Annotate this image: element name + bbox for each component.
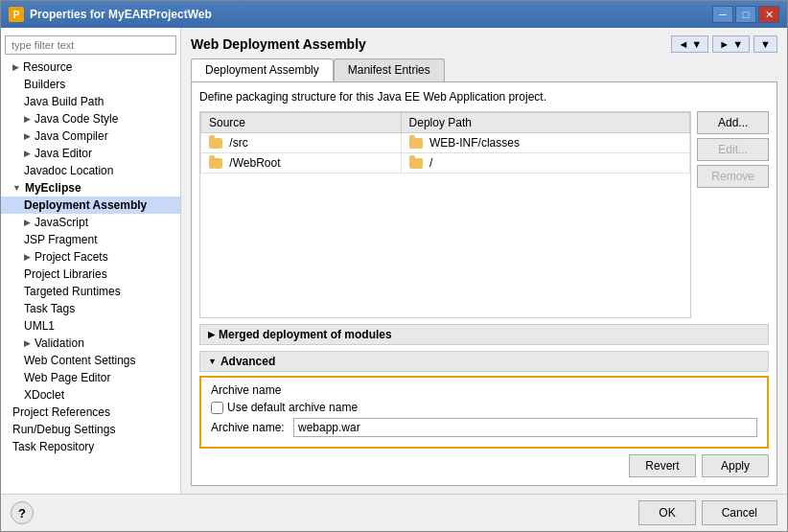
help-button[interactable]: ? — [11, 501, 34, 524]
source-table[interactable]: Source Deploy Path /src — [199, 111, 691, 318]
sidebar-item-targeted-runtimes[interactable]: Targeted Runtimes — [1, 283, 180, 300]
tab-bar: Deployment Assembly Manifest Entries — [191, 58, 777, 81]
sidebar-item-resource[interactable]: ▶ Resource — [1, 58, 180, 76]
sidebar-item-label: Task Repository — [12, 440, 94, 453]
sidebar-item-validation[interactable]: ▶ Validation — [1, 335, 180, 352]
sidebar-item-label: XDoclet — [24, 388, 64, 402]
add-button[interactable]: Add... — [697, 111, 769, 134]
expand-icon: ▶ — [12, 62, 19, 72]
tab-description: Define packaging structure for this Java… — [199, 90, 769, 104]
sidebar-item-java-code-style[interactable]: ▶ Java Code Style — [1, 110, 180, 127]
archive-name-field-label: Archive name: — [211, 421, 288, 434]
nav-arrows: ◄ ▼ ► ▼ ▼ — [671, 35, 777, 53]
cancel-button[interactable]: Cancel — [702, 500, 777, 525]
folder-icon — [209, 138, 222, 149]
sidebar-item-label: Validation — [35, 336, 84, 350]
sidebar: ▶ Resource Builders Java Build Path ▶ Ja… — [1, 28, 181, 494]
minimize-button[interactable]: ─ — [712, 6, 733, 23]
sidebar-item-label: Run/Debug Settings — [12, 423, 115, 436]
sidebar-item-label: Javadoc Location — [24, 164, 113, 177]
sidebar-item-javadoc[interactable]: Javadoc Location — [1, 162, 180, 179]
sidebar-item-javascript[interactable]: ▶ JavaScript — [1, 214, 180, 231]
sidebar-item-project-facets[interactable]: ▶ Project Facets — [1, 248, 180, 266]
sidebar-item-label: Java Editor — [35, 147, 92, 160]
title-buttons: ─ □ ✕ — [712, 6, 779, 23]
sidebar-item-xdoclet[interactable]: XDoclet — [1, 386, 180, 404]
sidebar-item-label: Resource — [23, 60, 72, 74]
tab-deployment-assembly[interactable]: Deployment Assembly — [191, 58, 334, 81]
forward-button[interactable]: ► ▼ — [712, 35, 750, 53]
sidebar-item-label: UML1 — [24, 319, 55, 333]
sidebar-item-project-references[interactable]: Project References — [1, 404, 180, 421]
deploy-path-cell: WEB-INF/classes — [401, 133, 690, 153]
source-cell: /src — [201, 133, 402, 153]
merged-deployment-section[interactable]: ▶ Merged deployment of modules — [199, 324, 769, 345]
folder-icon — [409, 138, 423, 149]
use-default-row: Use default archive name — [211, 401, 757, 414]
sidebar-item-builders[interactable]: Builders — [1, 76, 180, 93]
sidebar-item-myeclipse[interactable]: ▼ MyEclipse — [1, 179, 180, 197]
sidebar-item-label: JSP Fragment — [24, 233, 97, 246]
sidebar-item-project-libraries[interactable]: Project Libraries — [1, 266, 180, 283]
source-cell: /WebRoot — [201, 153, 402, 173]
sidebar-item-label: Project Facets — [35, 250, 108, 264]
folder-icon — [209, 158, 222, 169]
remove-button[interactable]: Remove — [697, 165, 769, 188]
sidebar-item-task-tags[interactable]: Task Tags — [1, 300, 180, 317]
bottom-right: OK Cancel — [638, 500, 777, 525]
archive-name-input[interactable] — [293, 418, 757, 437]
sidebar-item-java-editor[interactable]: ▶ Java Editor — [1, 145, 180, 162]
use-default-checkbox[interactable] — [211, 402, 223, 414]
use-default-text: Use default archive name — [227, 401, 358, 414]
expand-icon: ▶ — [24, 338, 31, 348]
sidebar-item-java-compiler[interactable]: ▶ Java Compiler — [1, 127, 180, 145]
edit-button[interactable]: Edit... — [697, 138, 769, 161]
expand-icon: ▶ — [24, 252, 31, 262]
expand-icon: ▶ — [24, 131, 31, 141]
main-title: Web Deployment Assembly — [191, 36, 366, 52]
deploy-path-cell: / — [401, 153, 690, 173]
back-button[interactable]: ◄ ▼ — [671, 35, 708, 53]
table-area: Source Deploy Path /src — [199, 111, 769, 318]
table-action-buttons: Add... Edit... Remove — [697, 111, 769, 318]
sidebar-item-web-page-editor[interactable]: Web Page Editor — [1, 369, 180, 386]
close-button[interactable]: ✕ — [758, 6, 779, 23]
deployment-table: Source Deploy Path /src — [200, 112, 690, 173]
table-row[interactable]: /src WEB-INF/classes — [201, 133, 690, 153]
sidebar-search-input[interactable] — [5, 35, 176, 55]
use-default-label[interactable]: Use default archive name — [211, 401, 358, 414]
sidebar-item-jsp-fragment[interactable]: JSP Fragment — [1, 231, 180, 248]
sidebar-item-label: Project References — [12, 405, 110, 419]
sidebar-item-web-content-settings[interactable]: Web Content Settings — [1, 352, 180, 369]
archive-name-title: Archive name — [211, 383, 288, 397]
sidebar-item-label: Web Content Settings — [24, 354, 136, 367]
collapse-icon: ▼ — [208, 357, 217, 366]
tab-manifest-entries[interactable]: Manifest Entries — [334, 58, 445, 81]
expand-icon: ▶ — [208, 330, 215, 339]
main-header: Web Deployment Assembly ◄ ▼ ► ▼ ▼ — [191, 35, 777, 53]
content-area: ▶ Resource Builders Java Build Path ▶ Ja… — [1, 28, 787, 494]
sidebar-item-task-repository[interactable]: Task Repository — [1, 438, 180, 455]
table-row[interactable]: /WebRoot / — [201, 153, 690, 173]
advanced-section-label: Advanced — [220, 355, 275, 368]
sidebar-item-label: Targeted Runtimes — [24, 285, 121, 298]
expand-icon: ▶ — [24, 114, 31, 124]
sidebar-item-label: Project Libraries — [24, 267, 107, 281]
merged-section-label: Merged deployment of modules — [219, 328, 392, 341]
apply-button[interactable]: Apply — [702, 454, 769, 477]
ok-button[interactable]: OK — [638, 500, 695, 525]
sidebar-item-run-debug-settings[interactable]: Run/Debug Settings — [1, 421, 180, 438]
sidebar-item-uml1[interactable]: UML1 — [1, 317, 180, 335]
title-bar-left: P Properties for MyEARProjectWeb — [9, 7, 212, 22]
folder-icon — [409, 158, 423, 169]
maximize-button[interactable]: □ — [735, 6, 756, 23]
bottom-bar: ? OK Cancel — [1, 494, 787, 531]
sidebar-item-deployment-assembly[interactable]: Deployment Assembly — [1, 197, 180, 214]
advanced-section-content: Archive name Use default archive name Ar… — [199, 376, 769, 449]
properties-window: P Properties for MyEARProjectWeb ─ □ ✕ ▶… — [0, 0, 788, 532]
sidebar-item-java-build-path[interactable]: Java Build Path — [1, 93, 180, 110]
advanced-section-header[interactable]: ▼ Advanced — [199, 351, 769, 372]
revert-button[interactable]: Revert — [629, 454, 696, 477]
sidebar-item-label: MyEclipse — [25, 181, 81, 195]
menu-button[interactable]: ▼ — [753, 35, 777, 53]
